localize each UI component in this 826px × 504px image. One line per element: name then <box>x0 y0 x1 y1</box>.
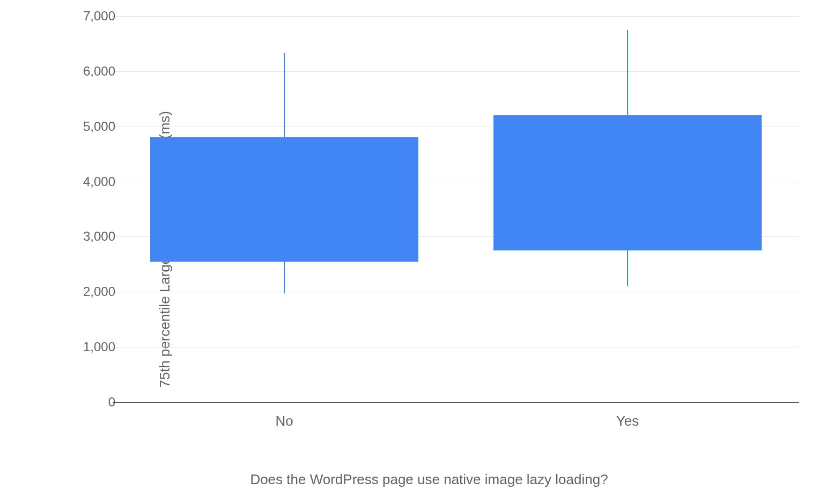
y-tick-label: 6,000 <box>83 64 115 79</box>
chart-container: 75th percentile Largest Contentful Paint… <box>48 16 810 483</box>
x-tick-label: No <box>275 413 293 429</box>
gridline <box>113 16 799 17</box>
x-tick-label: Yes <box>616 413 639 429</box>
x-axis-line <box>113 402 799 403</box>
y-tick-label: 4,000 <box>83 174 115 189</box>
y-tick-label: 2,000 <box>83 284 115 299</box>
y-tick-label: 3,000 <box>83 229 115 244</box>
box-body <box>150 137 418 261</box>
y-tick-label: 1,000 <box>83 339 115 354</box>
y-tick-label: 5,000 <box>83 119 115 134</box>
gridline <box>113 71 799 72</box>
gridline <box>113 292 799 292</box>
y-tick-label: 7,000 <box>83 9 115 24</box>
gridline <box>113 347 799 347</box>
x-axis-label: Does the WordPress page use native image… <box>250 471 608 488</box>
box-body <box>493 115 761 250</box>
